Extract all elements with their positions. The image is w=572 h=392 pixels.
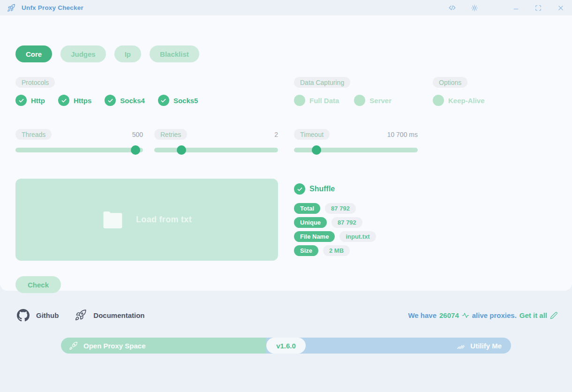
open-proxy-space-label: Open Proxy Space [83, 342, 146, 350]
documentation-link[interactable]: Documentation [75, 309, 144, 321]
check-circle [15, 95, 27, 106]
stat-size: Size 2 MB [294, 245, 350, 256]
checkbox-label: Server [369, 97, 391, 105]
protocols-section-label: Protocols [15, 77, 55, 88]
tab-blacklist[interactable]: Blacklist [150, 45, 199, 62]
tab-core[interactable]: Core [15, 45, 52, 62]
rocket-icon [69, 341, 78, 350]
tab-judges[interactable]: Judges [60, 45, 106, 62]
checkbox-https[interactable]: Https [58, 95, 91, 106]
options-section-label: Options [433, 77, 467, 88]
stat-file-name: File Name input.txt [294, 231, 376, 242]
close-icon[interactable] [549, 0, 572, 15]
tab-label: Judges [71, 50, 96, 58]
alive-proxies-banner: We have 26074 alive proxies. Get it all [408, 306, 558, 324]
retries-slider: Retries 2 [154, 129, 278, 152]
threads-slider-value: 500 [132, 131, 143, 138]
data-capturing-section-label: Data Capturing [294, 77, 350, 88]
stat-key-badge: Size [294, 245, 318, 256]
checkbox-socks4[interactable]: Socks4 [105, 95, 145, 106]
utilify-me-label: Utilify Me [470, 342, 502, 350]
stat-value-badge: 87 792 [325, 203, 356, 214]
maximize-icon[interactable] [527, 0, 549, 15]
timeout-slider-thumb[interactable] [312, 145, 321, 155]
rocket-icon [75, 309, 87, 321]
check-icon [160, 98, 166, 104]
timeout-slider-label: Timeout [294, 129, 330, 140]
tab-ip[interactable]: Ip [114, 45, 141, 62]
alive-prefix: We have [408, 311, 437, 319]
retries-slider-thumb[interactable] [177, 145, 186, 155]
check-circle [433, 95, 444, 106]
check-icon [18, 98, 24, 104]
check-circle [294, 183, 305, 195]
retries-slider-value: 2 [274, 131, 278, 138]
check-circle [158, 95, 169, 106]
rocket-icon [7, 4, 15, 12]
github-label: Github [36, 311, 59, 319]
load-from-txt-dropzone[interactable]: Load from txt [15, 179, 278, 261]
tab-label: Core [26, 50, 42, 58]
check-circle [354, 95, 365, 106]
check-circle [294, 95, 305, 106]
footer-links: Github Documentation [17, 306, 145, 324]
checkbox-label: Socks5 [173, 97, 198, 105]
checkbox-http[interactable]: Http [15, 95, 45, 106]
stat-key-badge: File Name [294, 231, 335, 242]
version-badge: v1.6.0 [266, 338, 306, 354]
checkbox-label: Http [31, 97, 45, 105]
retries-slider-track[interactable] [154, 148, 278, 152]
stat-value-badge: 2 MB [323, 245, 350, 256]
threads-slider: Threads 500 [15, 129, 143, 152]
theme-sun-icon[interactable] [463, 0, 486, 15]
get-it-all-link[interactable]: Get it all [519, 311, 547, 319]
minimize-icon[interactable] [504, 0, 527, 15]
checkbox-label: Https [74, 97, 91, 105]
devtools-code-icon[interactable] [441, 0, 463, 15]
checkbox-server[interactable]: Server [354, 95, 391, 106]
stat-value-badge: input.txt [339, 231, 376, 242]
pen-icon [550, 311, 558, 319]
check-icon [61, 98, 67, 104]
tab-label: Blacklist [160, 50, 189, 58]
promo-bar: Open Proxy Space Utilify Me v1.6.0 [61, 338, 511, 354]
stat-value-badge: 87 792 [331, 217, 362, 228]
options-section: Options Keep-Alive [433, 77, 485, 106]
data-capturing-section: Data Capturing Full Data Server [294, 77, 391, 106]
content-card: Core Judges Ip Blacklist Protocols Http [0, 15, 572, 291]
protocols-section: Protocols Http Https [15, 77, 198, 106]
stat-unique: Unique 87 792 [294, 217, 362, 228]
hatch-icon [456, 341, 466, 350]
checkbox-keep-alive[interactable]: Keep-Alive [433, 95, 485, 106]
checkbox-label: Full Data [309, 97, 339, 105]
retries-slider-label: Retries [154, 129, 187, 140]
activity-icon [462, 311, 469, 319]
documentation-label: Documentation [93, 311, 144, 319]
github-icon [17, 309, 30, 322]
threads-slider-track[interactable] [15, 148, 143, 152]
check-icon [107, 98, 113, 104]
check-circle [58, 95, 69, 106]
check-icon [297, 186, 303, 192]
threads-slider-thumb[interactable] [131, 145, 140, 155]
checkbox-full-data[interactable]: Full Data [294, 95, 339, 106]
threads-slider-label: Threads [15, 129, 52, 140]
alive-count: 26074 [439, 311, 459, 319]
checkbox-socks5[interactable]: Socks5 [158, 95, 198, 106]
stat-key-badge: Total [294, 203, 320, 214]
checkbox-label: Socks4 [120, 97, 145, 105]
tab-label: Ip [125, 50, 131, 58]
checkbox-label: Shuffle [309, 185, 335, 193]
github-link[interactable]: Github [17, 309, 59, 322]
folder-icon [102, 211, 124, 229]
stat-total: Total 87 792 [294, 203, 356, 214]
dropzone-label: Load from txt [136, 215, 192, 225]
open-proxy-space-link[interactable]: Open Proxy Space [61, 338, 266, 354]
check-button[interactable]: Check [15, 276, 61, 293]
checkbox-shuffle[interactable]: Shuffle [294, 183, 335, 195]
titlebar: Unfx Proxy Checker [0, 0, 572, 15]
check-circle [105, 95, 116, 106]
timeout-slider-track[interactable] [294, 148, 418, 152]
timeout-slider-value: 10 700 ms [387, 131, 418, 138]
tab-bar: Core Judges Ip Blacklist [15, 45, 199, 62]
